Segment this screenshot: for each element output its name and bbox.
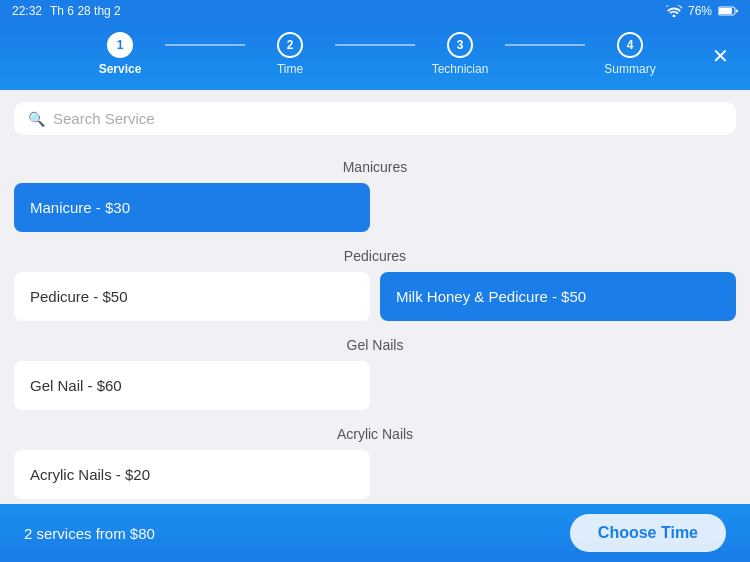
step-3-circle: 3	[447, 32, 473, 58]
step-service: 1 Service	[75, 32, 165, 76]
step-line-2	[335, 44, 415, 46]
svg-rect-1	[719, 8, 732, 14]
step-time: 2 Time	[245, 32, 335, 76]
service-list: Manicures Manicure - $30 Pedicures Pedic…	[0, 147, 750, 501]
service-pedicure[interactable]: Pedicure - $50	[14, 272, 370, 321]
svg-rect-2	[736, 10, 738, 13]
section-acrylic-nails: Acrylic Nails Acrylic Nails - $20	[0, 414, 750, 499]
battery-icon	[718, 6, 738, 16]
search-container: 🔍	[0, 90, 750, 147]
step-4-label: Summary	[604, 62, 655, 76]
step-line-3	[505, 44, 585, 46]
step-4-wrapper: 4 Summary	[585, 32, 675, 76]
choose-time-button[interactable]: Choose Time	[570, 514, 726, 552]
section-title-pedicures: Pedicures	[0, 236, 750, 272]
step-1-circle: 1	[107, 32, 133, 58]
search-bar: 🔍	[14, 102, 736, 135]
wifi-icon	[666, 5, 682, 17]
section-gel-nails: Gel Nails Gel Nail - $60	[0, 325, 750, 410]
search-input[interactable]	[53, 110, 722, 127]
step-line-1	[165, 44, 245, 46]
step-summary: 4 Summary	[585, 32, 675, 76]
service-gel-nail[interactable]: Gel Nail - $60	[14, 361, 370, 410]
status-time: 22:32	[12, 4, 42, 18]
step-1-label: Service	[99, 62, 142, 76]
section-title-acrylic: Acrylic Nails	[0, 414, 750, 450]
step-2-circle: 2	[277, 32, 303, 58]
acrylic-nails-row: Acrylic Nails - $20	[0, 450, 750, 499]
step-3-wrapper: 3 Technician	[415, 32, 505, 76]
search-icon: 🔍	[28, 111, 45, 127]
step-3-label: Technician	[432, 62, 489, 76]
step-2-wrapper: 2 Time	[245, 32, 335, 76]
step-4-circle: 4	[617, 32, 643, 58]
battery-level: 76%	[688, 4, 712, 18]
service-manicure[interactable]: Manicure - $30	[14, 183, 370, 232]
section-title-manicures: Manicures	[0, 147, 750, 183]
gel-nails-row: Gel Nail - $60	[0, 361, 750, 410]
service-acrylic[interactable]: Acrylic Nails - $20	[14, 450, 370, 499]
status-bar: 22:32 Th 6 28 thg 2 76%	[0, 0, 750, 22]
section-pedicures: Pedicures Pedicure - $50 Milk Honey & Pe…	[0, 236, 750, 321]
pedicures-row: Pedicure - $50 Milk Honey & Pedicure - $…	[0, 272, 750, 321]
section-title-gel: Gel Nails	[0, 325, 750, 361]
services-summary: 2 services from $80	[24, 525, 155, 542]
manicures-row: Manicure - $30	[0, 183, 750, 232]
status-left: 22:32 Th 6 28 thg 2	[12, 4, 121, 18]
bottom-bar: 2 services from $80 Choose Time	[0, 504, 750, 562]
step-2-label: Time	[277, 62, 303, 76]
status-date: Th 6 28 thg 2	[50, 4, 121, 18]
header: 1 Service 2 Time 3 Technician	[0, 22, 750, 90]
step-1-wrapper: 1 Service	[75, 32, 165, 76]
service-milk-honey[interactable]: Milk Honey & Pedicure - $50	[380, 272, 736, 321]
section-manicures: Manicures Manicure - $30	[0, 147, 750, 232]
close-button[interactable]: ✕	[706, 42, 734, 70]
status-right: 76%	[666, 4, 738, 18]
step-progress: 1 Service 2 Time 3 Technician	[16, 32, 734, 76]
step-technician: 3 Technician	[415, 32, 505, 76]
